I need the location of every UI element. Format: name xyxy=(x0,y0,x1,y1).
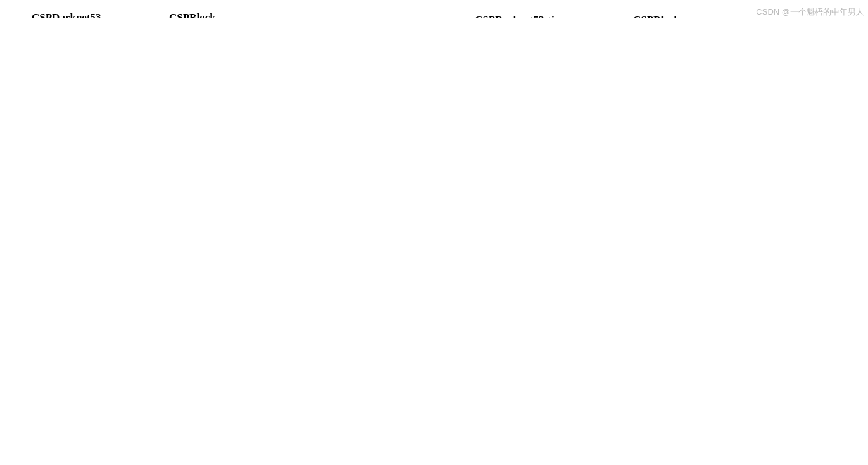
heading-cspblock-b: CSPBlock xyxy=(633,14,680,18)
heading-cspdarknet53: CSPDarknet53 xyxy=(32,11,101,18)
heading-cspdarknet53-tiny: CSPDarknet53-tiny xyxy=(475,14,566,18)
watermark: CSDN @一个魁梧的中年男人 xyxy=(756,6,864,18)
heading-cspblock-a: CSPBlock xyxy=(169,11,216,18)
